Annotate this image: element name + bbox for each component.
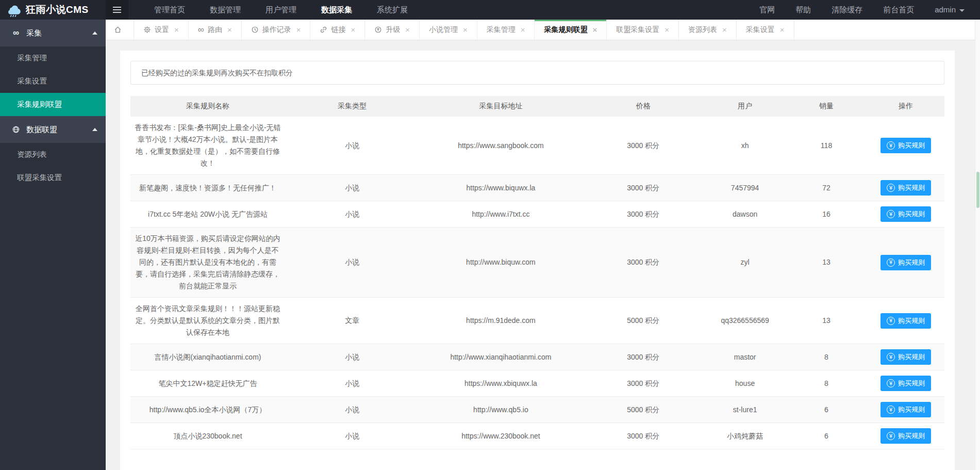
chevron-up-icon [92, 128, 97, 131]
cell-target-url: https://www.xbiquwx.la [420, 370, 583, 397]
scrollbar-thumb[interactable] [976, 172, 979, 208]
tab-label: 小说管理 [429, 25, 458, 35]
buy-rule-button[interactable]: ¥购买规则 [881, 206, 931, 222]
cell-type: 小说 [285, 228, 420, 298]
tab-close-icon[interactable]: × [722, 26, 727, 34]
tab-close-icon[interactable]: × [227, 26, 232, 34]
cell-price: 3000 积分 [582, 175, 704, 201]
tab[interactable]: 链接× [310, 20, 365, 40]
logo[interactable]: 狂雨小说CMS [0, 0, 106, 20]
yen-circle-icon: ¥ [887, 184, 895, 192]
tab[interactable]: 采集设置× [737, 20, 794, 40]
column-header: 价格 [582, 96, 704, 117]
table-row: 顶点小说230book.net小说https://www.230book.net… [130, 423, 944, 449]
nav-item[interactable]: 管理首页 [142, 0, 197, 20]
cell-price: 3000 积分 [582, 344, 704, 370]
tab[interactable]: 设置× [134, 20, 189, 40]
tab-close-icon[interactable]: × [665, 26, 669, 34]
tab-label: 路由 [208, 25, 222, 35]
tab[interactable]: 资源列表× [679, 20, 737, 40]
tab-close-icon[interactable]: × [351, 26, 355, 34]
cell-target-url: http://www.i7txt.cc [420, 201, 583, 228]
table-row: 近10万本书籍资源，购买后请设定你网站的内容规则-栏目规则-栏目转换，因为每个人… [130, 228, 944, 298]
nav-item[interactable]: 数据管理 [197, 0, 253, 20]
link-icon [320, 26, 327, 34]
tab[interactable]: 小说管理× [420, 20, 477, 40]
buy-rule-button[interactable]: ¥购买规则 [881, 180, 931, 196]
tab-label: 采集规则联盟 [544, 25, 587, 35]
cell-rule-name: 香香书发布：[采集-桑书网]史上最全小说-无错章节小说！大概42万本小说。默认-… [130, 117, 285, 175]
buy-rule-button[interactable]: ¥购买规则 [881, 255, 931, 270]
buy-rule-label: 购买规则 [898, 183, 925, 192]
cell-sales: 72 [786, 175, 867, 201]
sidebar-item[interactable]: 采集规则联盟 [0, 93, 106, 116]
cell-price: 3000 积分 [582, 423, 704, 449]
tab-close-icon[interactable]: × [521, 26, 525, 34]
tab-close-icon[interactable]: × [296, 26, 301, 34]
buy-rule-button[interactable]: ¥购买规则 [881, 138, 931, 153]
tab-close-icon[interactable]: × [463, 26, 468, 34]
sidebar-item[interactable]: 联盟采集设置 [0, 166, 106, 189]
cell-user: 7457994 [704, 175, 786, 201]
cell-sales: 8 [786, 344, 867, 370]
cell-user: qq3266556569 [704, 298, 786, 344]
tab[interactable]: 升级× [365, 20, 420, 40]
table-row: 全网首个资讯文章采集规则！！！源站更新稳定。分类默认是默认系统的文章分类，图片默… [130, 298, 944, 344]
nav-item[interactable]: 帮助 [785, 0, 821, 20]
tab[interactable]: 联盟采集设置× [607, 20, 679, 40]
cell-action: ¥购买规则 [867, 397, 944, 423]
nav-item[interactable]: 前台首页 [873, 0, 924, 20]
tab-label: 升级 [386, 25, 400, 35]
buy-rule-button[interactable]: ¥购买规则 [881, 313, 931, 329]
sidebar-toggle-icon[interactable] [106, 0, 128, 20]
cell-action: ¥购买规则 [867, 201, 944, 228]
cell-price: 3000 积分 [582, 201, 704, 228]
tab[interactable]: 采集规则联盟× [535, 20, 607, 40]
cell-action: ¥购买规则 [867, 117, 944, 175]
user-menu[interactable]: admin [924, 0, 975, 20]
cell-price: 3000 积分 [582, 117, 704, 175]
nav-item[interactable]: 数据采集 [309, 0, 364, 20]
buy-rule-button[interactable]: ¥购买规则 [881, 349, 931, 365]
table-row: 香香书发布：[采集-桑书网]史上最全小说-无错章节小说！大概42万本小说。默认-… [130, 117, 944, 175]
tab-label: 操作记录 [262, 25, 291, 35]
nav-item[interactable]: 系统扩展 [364, 0, 420, 20]
content-area: 已经购买的过的采集规则再次购买不在扣取积分 采集规则名称采集类型采集目标地址价格… [106, 40, 975, 470]
cell-action: ¥购买规则 [867, 228, 944, 298]
table-row: 笔尖中文12W+稳定赶快无广告小说https://www.xbiquwx.la3… [130, 370, 944, 397]
tab-label: 链接 [331, 25, 345, 35]
sidebar-item[interactable]: 采集管理 [0, 46, 106, 70]
nav-item[interactable]: 用户管理 [253, 0, 309, 20]
table-header-row: 采集规则名称采集类型采集目标地址价格用户销量操作 [130, 96, 944, 117]
sidebar-section-header[interactable]: 数据联盟 [0, 116, 106, 143]
yen-circle-icon: ¥ [887, 379, 895, 387]
tab[interactable]: 操作记录× [242, 20, 311, 40]
top-nav: 管理首页数据管理用户管理数据采集系统扩展 [142, 0, 420, 20]
nav-item[interactable]: 官网 [749, 0, 785, 20]
buy-rule-label: 购买规则 [898, 141, 925, 150]
cell-type: 小说 [285, 370, 420, 397]
cell-target-url: https://www.230book.net [420, 423, 583, 449]
tab-close-icon[interactable]: × [592, 26, 597, 34]
tab-close-icon[interactable]: × [405, 26, 410, 34]
buy-rule-button[interactable]: ¥购买规则 [881, 402, 931, 417]
tab-close-icon[interactable]: × [780, 26, 785, 34]
sidebar-section-title: 采集 [26, 28, 42, 38]
sidebar-item[interactable]: 资源列表 [0, 143, 106, 166]
buy-rule-button[interactable]: ¥购买规则 [881, 428, 931, 444]
tab-home[interactable] [106, 20, 134, 40]
cell-target-url: http://www.biquw.com [420, 228, 583, 298]
tab-close-icon[interactable]: × [174, 26, 179, 34]
column-header: 采集类型 [285, 96, 420, 117]
tab[interactable]: 采集管理× [477, 20, 535, 40]
cell-sales: 16 [786, 201, 867, 228]
scrollbar-track[interactable] [975, 20, 980, 470]
tab[interactable]: ∞路由× [189, 20, 242, 40]
sidebar-item[interactable]: 采集设置 [0, 70, 106, 93]
nav-item[interactable]: 清除缓存 [821, 0, 873, 20]
chevron-up-icon [92, 31, 97, 35]
cell-action: ¥购买规则 [867, 423, 944, 449]
cell-target-url: http://www.qb5.io [420, 397, 583, 423]
buy-rule-button[interactable]: ¥购买规则 [881, 376, 931, 391]
sidebar-section-header[interactable]: ∞采集 [0, 20, 106, 46]
